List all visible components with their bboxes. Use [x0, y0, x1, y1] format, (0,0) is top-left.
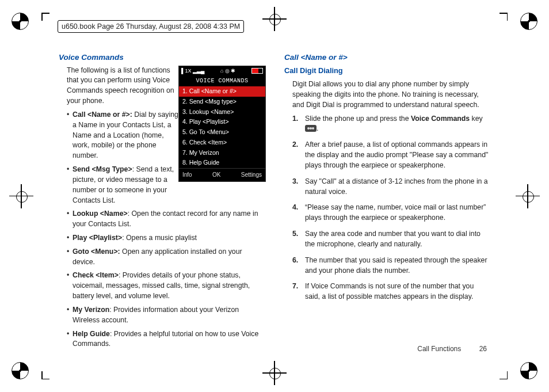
- page-number: 26: [479, 345, 487, 353]
- trim-mark-icon: [500, 13, 508, 21]
- registration-mark-icon: [266, 10, 283, 28]
- phone-row: 8. Help Guide: [179, 158, 265, 168]
- list-item: Send <Msg Type>: Send a text, picture, o…: [67, 165, 182, 205]
- status-icons: ⌂ ◎ ✱: [220, 67, 235, 75]
- step-text: Say "Call" at a distance of 3-12 inches …: [305, 177, 488, 196]
- phone-row: 6. Check <Item>: [179, 138, 265, 148]
- phone-row: 4. Play <Playlist>: [179, 117, 265, 127]
- term: Lookup <Name>: [73, 210, 128, 218]
- footer-section: Call Functions: [417, 345, 461, 353]
- list-item: Call <Name or #>: Dial by saying a Name …: [67, 110, 182, 161]
- left-column: Voice Commands The following is a list o…: [59, 52, 265, 357]
- page-body: Voice Commands The following is a list o…: [59, 52, 490, 357]
- phone-row: 5. Go To <Menu>: [179, 127, 265, 138]
- trim-mark-icon: [41, 13, 49, 21]
- term: Voice Commands: [411, 115, 470, 123]
- list-item: If Voice Commands is not sure of the num…: [292, 281, 490, 302]
- term: Goto <Menu>:: [73, 248, 120, 256]
- trim-mark-icon: [41, 371, 49, 379]
- phone-title: VOICE COMMANDS: [179, 76, 265, 86]
- list-item: Play <Playlist>: Opens a music playlist: [67, 233, 265, 243]
- softkey-left: Info: [182, 170, 192, 179]
- step-text: .: [317, 124, 318, 132]
- crop-mark-icon: [520, 13, 537, 30]
- section-title-voice-commands: Voice Commands: [59, 52, 265, 63]
- step-text: key: [470, 115, 483, 123]
- voice-command-key-icon: [305, 125, 317, 132]
- list-item: The number that you said is repeated thr…: [292, 256, 490, 276]
- list-item: “Please say the name, number, voice mail…: [292, 203, 490, 223]
- phone-screenshot: ▌1X ▂▃▄ ⌂ ◎ ✱ VOICE COMMANDS 1. Call <Na…: [178, 66, 266, 182]
- list-item: After a brief pause, a list of optional …: [292, 140, 490, 170]
- registration-mark-icon: [266, 364, 283, 382]
- right-column: Call <Name or #> Call Digit Dialing Digi…: [284, 52, 490, 357]
- phone-softkeys: Info OK Settings: [179, 168, 265, 181]
- list-item: My Verizon: Provides information about y…: [67, 305, 265, 326]
- phone-row: 7. My Verizon: [179, 148, 265, 158]
- term: Help Guide: [73, 330, 110, 338]
- phone-row: 1. Call <Name or #>: [179, 86, 265, 97]
- battery-icon: [251, 68, 263, 74]
- registration-mark-icon: [13, 188, 30, 205]
- list-item: Say the area code and number that you wa…: [292, 229, 490, 250]
- step-text: The number that you said is repeated thr…: [305, 256, 487, 275]
- list-item: Check <Item>: Provides details of your p…: [67, 271, 265, 301]
- intro-text: The following is a list of functions tha…: [67, 66, 176, 106]
- step-text: “Please say the name, number, voice mail…: [305, 203, 486, 222]
- section-title-call-name: Call <Name or #>: [284, 52, 490, 63]
- phone-row: 2. Send <Msg type>: [179, 97, 265, 107]
- list-item: Goto <Menu>: Open any application instal…: [67, 247, 265, 268]
- step-text: Say the area code and number that you wa…: [305, 230, 481, 248]
- page-footer: Call Functions 26: [417, 344, 487, 354]
- crop-mark-icon: [12, 362, 29, 379]
- registration-mark-icon: [519, 188, 536, 205]
- list-item: Slide the phone up and press the Voice C…: [292, 114, 490, 135]
- desc: : Opens a music playlist: [122, 234, 197, 242]
- intro-text: Digit Dial allows you to dial any phone …: [292, 79, 490, 110]
- document-header: u650.book Page 26 Thursday, August 28, 2…: [58, 20, 244, 33]
- term: Call <Name or #>:: [73, 111, 132, 119]
- step-text: If Voice Commands is not sure of the num…: [305, 282, 474, 300]
- crop-mark-icon: [520, 362, 537, 379]
- term: Check <Item>: [73, 271, 119, 279]
- phone-row: 3. Lookup <Name>: [179, 107, 265, 117]
- phone-status-bar: ▌1X ▂▃▄ ⌂ ◎ ✱: [179, 66, 265, 77]
- term: Send <Msg Type>: [73, 165, 132, 173]
- step-text: After a brief pause, a list of optional …: [305, 140, 488, 169]
- softkey-mid: OK: [212, 170, 220, 179]
- term: Play <Playlist>: [73, 234, 122, 242]
- softkey-right: Settings: [241, 170, 262, 179]
- trim-mark-icon: [500, 371, 508, 379]
- list-item: Help Guide: Provides a helpful tutorial …: [67, 329, 265, 350]
- subsection-title-digit-dialing: Call Digit Dialing: [284, 66, 490, 77]
- steps-list: Slide the phone up and press the Voice C…: [292, 114, 490, 302]
- crop-mark-icon: [12, 13, 29, 30]
- list-item: Say "Call" at a distance of 3-12 inches …: [292, 177, 490, 197]
- signal-icon: ▌1X ▂▃▄: [181, 67, 204, 75]
- term: My Verizon: [73, 306, 109, 314]
- list-item: Lookup <Name>: Open the contact record f…: [67, 209, 265, 230]
- step-text: Slide the phone up and press the: [305, 115, 411, 123]
